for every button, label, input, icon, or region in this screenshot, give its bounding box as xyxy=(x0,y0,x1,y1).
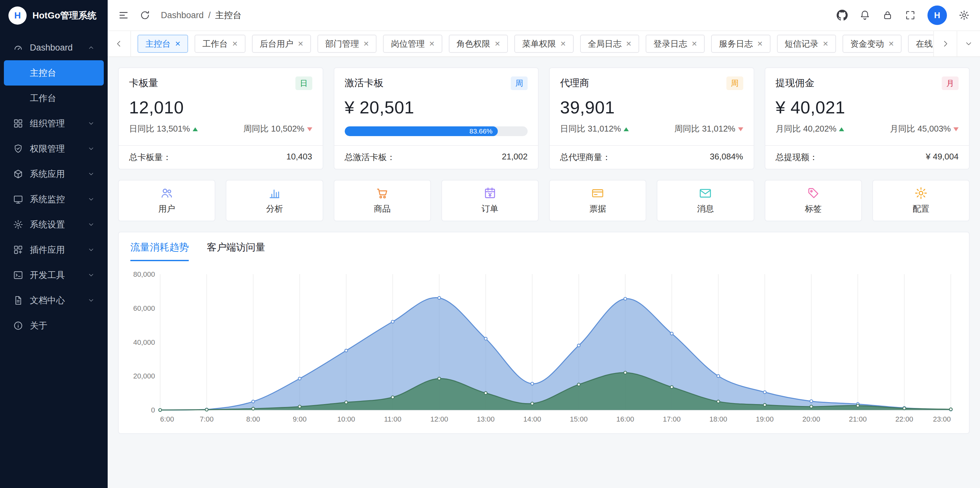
chevron-down-icon xyxy=(88,221,95,228)
svg-text:60,000: 60,000 xyxy=(133,304,155,312)
github-button[interactable] xyxy=(837,10,848,21)
tab-chip[interactable]: 在线充值 xyxy=(908,35,933,53)
quick-action-label: 配置 xyxy=(913,203,929,214)
svg-text:21:00: 21:00 xyxy=(849,415,867,423)
ratio-label: 月同比 xyxy=(890,124,915,133)
stat-footer: 总激活卡板： 21,002 xyxy=(334,145,538,169)
ratio-label: 周同比 xyxy=(675,124,700,133)
sidebar-item-workbench[interactable]: 工作台 xyxy=(4,86,104,111)
page-content: 卡板量 日 12,010 日同比 13,501% 周同比 10,502% 总卡板… xyxy=(108,57,980,488)
tag-icon xyxy=(807,186,820,200)
close-icon[interactable] xyxy=(560,39,566,48)
tabs-scroll: 主控台 工作台 后台用户 部门管理 岗位管理 角色权限 菜单权限 全局日志 登录… xyxy=(131,31,933,56)
stat-badge: 周 xyxy=(511,76,528,90)
tab-label: 资金变动 xyxy=(850,38,884,49)
stat-card-commission: 提现佣金 月 ¥ 40,021 月同比 40,202% 月同比 45,003% … xyxy=(765,67,970,170)
org-grid-icon xyxy=(13,118,23,128)
tab-chip[interactable]: 短信记录 xyxy=(777,35,836,53)
breadcrumb-separator: / xyxy=(208,10,211,21)
tab-chip[interactable]: 部门管理 xyxy=(318,35,377,53)
avatar[interactable]: H xyxy=(928,5,947,25)
tab-chip[interactable]: 主控台 xyxy=(137,35,188,53)
close-icon[interactable] xyxy=(429,39,434,48)
sidebar-item-devtools[interactable]: 开发工具 xyxy=(4,263,104,288)
tabs-scroll-left-button[interactable] xyxy=(108,31,131,56)
collapse-sidebar-button[interactable] xyxy=(118,10,129,21)
tab-chip[interactable]: 工作台 xyxy=(194,35,245,53)
reload-button[interactable] xyxy=(140,10,151,21)
settings-button[interactable] xyxy=(959,10,970,21)
sidebar-item-org[interactable]: 组织管理 xyxy=(4,111,104,136)
sidebar-item-plugins[interactable]: 插件应用 xyxy=(4,237,104,263)
app-title: HotGo管理系统 xyxy=(32,10,97,22)
chart-tab-traffic[interactable]: 流量消耗趋势 xyxy=(130,241,189,261)
close-icon[interactable] xyxy=(495,39,500,48)
trend-up-icon xyxy=(624,127,629,131)
activation-progress: 83.66% xyxy=(345,127,528,136)
sidebar-item-apps[interactable]: 系统应用 xyxy=(4,162,104,187)
close-icon[interactable] xyxy=(757,39,762,48)
chart-tabs: 流量消耗趋势 客户端访问量 xyxy=(129,232,959,261)
tab-chip[interactable]: 角色权限 xyxy=(449,35,508,53)
bell-icon xyxy=(859,10,870,21)
stat-footer-value: 10,403 xyxy=(286,152,312,163)
area-chart-svg: 020,00040,00060,00080,0006:007:008:009:0… xyxy=(129,266,959,429)
sidebar-item-docs[interactable]: 文档中心 xyxy=(4,288,104,313)
tabs-scroll-right-button[interactable] xyxy=(933,31,957,56)
sidebar-item-about[interactable]: 关于 xyxy=(4,313,104,338)
close-icon[interactable] xyxy=(364,39,369,48)
close-icon[interactable] xyxy=(692,39,697,48)
sidebar-item-console[interactable]: 主控台 xyxy=(4,60,104,86)
tab-chip[interactable]: 资金变动 xyxy=(843,35,902,53)
stats-row: 卡板量 日 12,010 日同比 13,501% 周同比 10,502% 总卡板… xyxy=(118,67,970,170)
svg-text:9:00: 9:00 xyxy=(293,415,307,423)
stat-footer-label: 总激活卡板： xyxy=(345,152,395,163)
chart-tab-client-visits[interactable]: 客户端访问量 xyxy=(207,241,265,261)
quick-action-tickets[interactable]: 票据 xyxy=(549,180,646,221)
chevron-down-icon xyxy=(88,170,95,177)
tab-chip[interactable]: 全局日志 xyxy=(580,35,639,53)
quick-action-users[interactable]: 用户 xyxy=(118,180,215,221)
quick-action-analytics[interactable]: 分析 xyxy=(226,180,323,221)
tab-chip[interactable]: 岗位管理 xyxy=(383,35,442,53)
lock-screen-button[interactable] xyxy=(882,10,893,21)
stat-title: 卡板量 xyxy=(129,76,158,90)
breadcrumb-root[interactable]: Dashboard xyxy=(161,10,204,21)
tab-chip[interactable]: 后台用户 xyxy=(252,35,311,53)
tabs-menu-button[interactable] xyxy=(957,31,980,56)
chevron-down-icon xyxy=(88,120,95,127)
logo[interactable]: H HotGo管理系统 xyxy=(0,0,108,31)
sidebar-item-label: 主控台 xyxy=(30,67,56,79)
menu-collapse-icon xyxy=(118,10,129,21)
notifications-button[interactable] xyxy=(859,10,870,21)
ratio-label: 周同比 xyxy=(243,124,269,133)
sidebar-item-monitor[interactable]: 系统监控 xyxy=(4,187,104,212)
sidebar-item-permission[interactable]: 权限管理 xyxy=(4,136,104,162)
close-icon[interactable] xyxy=(889,39,894,48)
quick-action-messages[interactable]: 消息 xyxy=(657,180,754,221)
fullscreen-button[interactable] xyxy=(905,10,916,21)
trend-down-icon xyxy=(738,127,743,131)
quick-action-orders[interactable]: 订单 xyxy=(441,180,539,221)
tab-chip[interactable]: 菜单权限 xyxy=(514,35,573,53)
quick-action-products[interactable]: 商品 xyxy=(334,180,431,221)
svg-text:80,000: 80,000 xyxy=(133,270,155,278)
tab-label: 部门管理 xyxy=(325,38,359,49)
close-icon[interactable] xyxy=(823,39,828,48)
stat-value: ¥ 20,501 xyxy=(334,90,538,123)
chevron-down-icon xyxy=(88,196,95,203)
quick-action-config[interactable]: 配置 xyxy=(872,180,970,221)
close-icon[interactable] xyxy=(232,39,237,48)
quick-action-tags[interactable]: 标签 xyxy=(765,180,862,221)
quick-action-label: 用户 xyxy=(158,203,175,214)
breadcrumb-current[interactable]: 主控台 xyxy=(215,10,242,21)
tab-chip[interactable]: 登录日志 xyxy=(646,35,705,53)
ratio-value: 31,012% xyxy=(702,124,735,133)
close-icon[interactable] xyxy=(298,39,303,48)
close-icon[interactable] xyxy=(175,39,180,48)
tab-chip[interactable]: 服务日志 xyxy=(711,35,770,53)
svg-text:40,000: 40,000 xyxy=(133,338,155,346)
close-icon[interactable] xyxy=(626,39,632,48)
sidebar-item-settings[interactable]: 系统设置 xyxy=(4,212,104,237)
sidebar-item-dashboard[interactable]: Dashboard xyxy=(4,35,104,60)
